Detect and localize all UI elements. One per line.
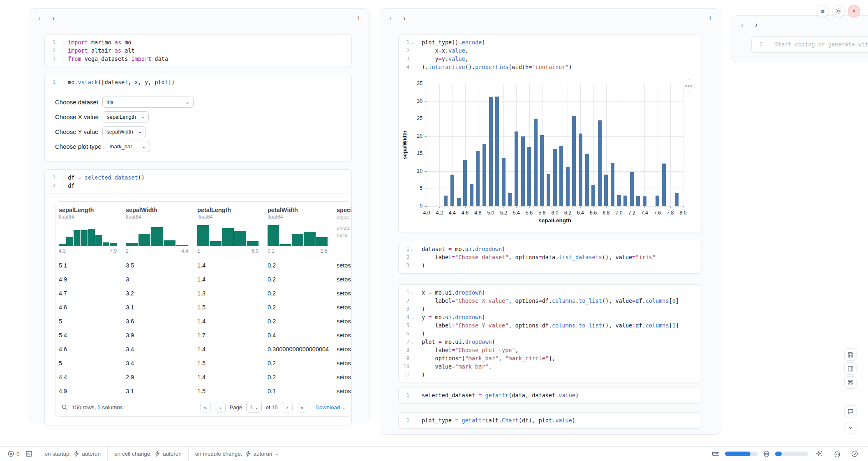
column-scroll-right-button[interactable]: › (752, 21, 760, 29)
fold-icon[interactable]: ⌄ (409, 245, 415, 253)
code-editor-placeholder[interactable]: 1Start coding or generate with (752, 37, 868, 52)
histogram-bar (316, 237, 328, 246)
code-line-content[interactable]: import altair as alt (62, 46, 351, 55)
autorun-setting[interactable]: on startup:autorun (38, 447, 108, 461)
table-column-header[interactable]: sepalLengthfloat644.37.9 (55, 207, 122, 254)
cell-empty: 1Start coding or generate with (751, 36, 868, 53)
code-editor[interactable]: 1⌄x = mo.ui.dropdown(2 label="Choose X v… (399, 285, 702, 383)
code-line-content[interactable]: x = mo.ui.dropdown( (416, 288, 702, 297)
autorun-setting[interactable]: on module change:autorun⌄ (189, 447, 285, 461)
table-row[interactable]: 53.61.40.2setos (55, 314, 351, 328)
code-line-content[interactable]: label="Choose dataset", options=data.lis… (416, 253, 702, 261)
table-row[interactable]: 4.931.40.2setos (55, 272, 351, 286)
dropdown-label: Choose Y value (55, 128, 98, 135)
code-editor[interactable]: 1mo.vstack([dataset, x, y, plot]) (45, 74, 351, 90)
add-cell-button[interactable]: + (354, 14, 363, 23)
chart-menu-button[interactable]: ••• (683, 79, 695, 92)
code-line-content[interactable]: dataset = mo.ui.dropdown( (416, 245, 702, 253)
code-line-content[interactable]: plot_type = getattr(alt.Chart(df), plot.… (416, 416, 702, 424)
dropdown-select-choose-dataset[interactable]: iris⌄ (102, 97, 194, 108)
code-line-content[interactable]: x=x.value, (416, 46, 702, 55)
fold-icon[interactable]: ⌄ (409, 38, 415, 46)
table-column-header[interactable]: petalLengthfloat6416.9 (194, 207, 264, 254)
code-line-content[interactable]: ) (416, 330, 702, 338)
code-line-content[interactable]: label="Choose plot type", (416, 346, 702, 354)
dropdown-select-choose-x-value[interactable]: sepalLength⌄ (103, 111, 149, 122)
column-scroll-left-button[interactable]: ‹ (35, 14, 44, 22)
code-line-content[interactable]: label="Choose X value", options=df.colum… (416, 297, 702, 305)
table-row[interactable]: 4.63.41.40.30000000000000004setos (55, 342, 351, 356)
code-line-content[interactable]: y = mo.ui.dropdown( (416, 313, 702, 321)
code-line-content[interactable]: options=["mark_bar", "mark_circle"], (416, 354, 702, 362)
code-line-content[interactable]: y=y.value, (416, 55, 702, 63)
scroll-down-button[interactable] (844, 422, 856, 434)
column-scroll-left-button[interactable]: ‹ (386, 14, 395, 22)
table-column-header[interactable]: sepalWidthfloat6424.4 (122, 207, 194, 254)
layout-panel-button[interactable] (844, 362, 856, 375)
code-line-content[interactable]: mo.vstack([dataset, x, y, plot]) (62, 78, 351, 86)
terminal-button[interactable] (25, 450, 32, 457)
code-editor[interactable]: 1⌄plot_type().encode(2 x=x.value,3 y=y.v… (399, 35, 702, 75)
code-line-content[interactable]: value="mark_bar", (416, 362, 702, 371)
chart-bar (675, 193, 679, 206)
fold-icon[interactable]: ⌄ (409, 313, 415, 321)
chat-panel-button[interactable] (844, 405, 856, 417)
code-editor[interactable]: 1import marimo as mo2import altair as al… (45, 35, 351, 67)
table-row[interactable]: 4.73.21.30.2setos (55, 286, 351, 300)
search-icon[interactable] (61, 404, 68, 410)
table-row[interactable]: 53.41.50.2setos (55, 356, 351, 370)
column-scroll-left-button[interactable]: ‹ (738, 21, 746, 29)
column-scroll-right-button[interactable]: › (400, 14, 409, 22)
keyboard-shortcuts-button[interactable]: ⌘ (844, 376, 856, 389)
copilot-button[interactable] (831, 450, 843, 458)
code-line-content[interactable]: df (62, 182, 351, 190)
code-line-content[interactable]: ).interactive().properties(width="contai… (416, 63, 702, 71)
code-editor[interactable]: 1selected_dataset = getattr(data, datase… (399, 387, 702, 403)
dropdown-select-choose-plot-type[interactable]: mark_bar⌄ (106, 141, 150, 152)
menu-button[interactable]: ≡ (817, 5, 829, 17)
next-page-button[interactable]: › (282, 402, 293, 413)
code-line-content[interactable]: plot_type().encode( (416, 38, 702, 46)
autorun-setting[interactable]: on cell change:autorun (108, 447, 188, 461)
table-row[interactable]: 4.93.11.50.1setos (55, 384, 351, 398)
table-row[interactable]: 5.13.51.40.2setos (55, 258, 351, 272)
table-column-header[interactable]: speciobjecuniqunulls: (333, 207, 351, 254)
add-cell-button[interactable]: + (706, 14, 715, 23)
code-line-content[interactable]: ) (416, 261, 702, 270)
table-row[interactable]: 4.63.11.50.2setos (55, 300, 351, 314)
code-line-content[interactable]: selected_dataset = getattr(data, dataset… (416, 391, 702, 399)
code-line-content[interactable]: Start coding or generate with (769, 40, 868, 48)
page-select[interactable]: 1 ⌄ (246, 402, 262, 413)
connection-status-button[interactable] (849, 450, 861, 458)
download-button[interactable]: Download ⌄ (316, 404, 346, 410)
close-app-button[interactable]: × (848, 5, 860, 17)
errors-indicator[interactable]: 0 (7, 450, 20, 457)
code-line-content[interactable]: plot = mo.ui.dropdown( (416, 338, 702, 346)
code-editor[interactable]: 1⌄dataset = mo.ui.dropdown(2 label="Choo… (399, 241, 702, 273)
code-line-content[interactable]: ) (416, 305, 702, 313)
code-line-content[interactable]: from vega_datasets import data (62, 55, 351, 63)
column-scroll-right-button[interactable]: › (49, 14, 58, 22)
code-line-content[interactable]: ) (416, 371, 702, 379)
code-line-content[interactable]: label="Choose Y value", options=df.colum… (416, 321, 702, 330)
table-row[interactable]: 4.42.91.40.2setos (55, 370, 351, 384)
previous-page-button[interactable]: ‹ (215, 402, 226, 413)
code-editor[interactable]: 1df = selected_dataset()2df (45, 170, 351, 194)
save-button[interactable] (844, 348, 856, 361)
fold-icon[interactable]: ⌄ (409, 338, 415, 346)
first-page-button[interactable]: « (200, 402, 211, 413)
table-cell: setos (333, 332, 351, 339)
code-line-content[interactable]: import marimo as mo (62, 38, 351, 46)
fold-icon[interactable]: ⌄ (409, 288, 415, 297)
ai-assistant-button[interactable] (813, 450, 826, 458)
dropdown-select-choose-y-value[interactable]: sepalWidth⌄ (102, 126, 146, 137)
code-editor[interactable]: 1plot_type = getattr(alt.Chart(df), plot… (399, 413, 702, 428)
code-line-content[interactable]: df = selected_dataset() (62, 173, 351, 182)
code-line: 3) (399, 261, 702, 270)
chart-bar (598, 120, 602, 206)
settings-button[interactable] (832, 5, 845, 17)
last-page-button[interactable]: » (297, 402, 307, 413)
table-column-header[interactable]: petalWidthfloat640.12.5 (264, 207, 333, 254)
table-row[interactable]: 5.43.91.70.4setos (55, 328, 351, 342)
table-cell: 3.2 (122, 290, 194, 297)
